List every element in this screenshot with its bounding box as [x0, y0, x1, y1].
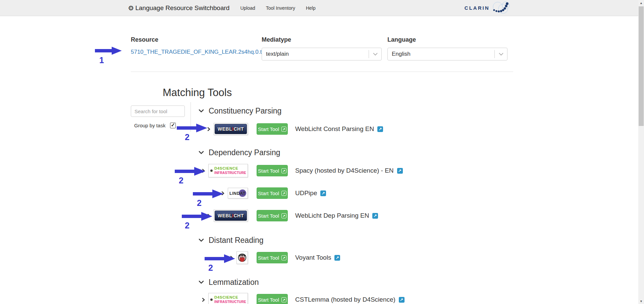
chevron-down-icon [199, 280, 204, 284]
arrow-right-icon [205, 254, 235, 263]
owl-icon [238, 253, 247, 263]
section-title: Distant Reading [209, 236, 264, 245]
logo-text: INFRASTRUCTURE [214, 171, 246, 175]
tool-name: Spacy (hosted by D4Science) - EN [295, 167, 394, 174]
mediatype-value: text/plain [262, 51, 369, 57]
language-value: English [388, 51, 494, 57]
resource-label: Resource [131, 36, 262, 43]
scroll-down-icon[interactable]: ▼ [638, 298, 644, 304]
tool-row: LINDAT Start Tool UDPipe [199, 186, 513, 201]
external-link-icon [281, 168, 286, 173]
tool-name-link[interactable]: WebLicht Dep Parsing EN [295, 212, 378, 219]
d4science-logo: D4SCIENCE INFRASTRUCTURE [208, 164, 248, 177]
resource-panel: Resource 5710_THE_TRAGEDIE_OF_KING_LEAR.… [131, 16, 513, 60]
start-tool-button[interactable]: Start Tool [257, 123, 288, 135]
mediatype-label: Mediatype [262, 36, 387, 43]
tool-name: CSTLemma (hosted by D4Science) [295, 296, 395, 303]
section-title: Constituency Parsing [209, 106, 281, 116]
chevron-right-icon[interactable] [202, 298, 205, 302]
matching-tools-title: Matching Tools [163, 87, 513, 99]
logo-text: INFRASTRUCTURE [214, 300, 246, 304]
tool-name-link[interactable]: WebLicht Const Parsing EN [295, 125, 383, 133]
logo-text: WEBL [218, 213, 232, 218]
search-input[interactable] [131, 105, 185, 117]
chevron-down-icon [199, 151, 204, 154]
lindat-logo: LINDAT [228, 188, 248, 199]
annotation-number: 2 [208, 263, 213, 273]
tool-row: WEBLICHT Start Tool WebLicht Const Parsi… [199, 122, 513, 136]
logo-text: CHT [234, 213, 244, 218]
arrow-right-icon [193, 189, 223, 198]
resource-file-link[interactable]: 5710_THE_TRAGEDIE_OF_KING_LEAR.2s4hq.0.t… [131, 49, 266, 55]
tool-row: D4SCIENCE INFRASTRUCTURE Start Tool Spac… [199, 163, 513, 178]
section-dependency-parsing[interactable]: Dependency Parsing [199, 147, 513, 158]
external-link-icon [377, 126, 383, 132]
section-title: Dependency Parsing [209, 148, 280, 157]
chevron-down-icon [199, 109, 204, 113]
section-constituency-parsing[interactable]: Constituency Parsing [199, 105, 513, 116]
scrollbar-thumb[interactable] [639, 6, 644, 126]
arrow-right-icon [177, 124, 207, 132]
tools-list: Constituency Parsing WEBLICHT Start Tool [199, 102, 513, 304]
tool-row: Start Tool Voyant Tools [199, 250, 513, 265]
chevron-down-icon [369, 50, 381, 58]
logo-text: D4SCIENCE [214, 167, 246, 171]
language-select[interactable]: English [387, 48, 507, 60]
weblicht-logo: WEBLICHT [214, 210, 248, 222]
section-lemmatization[interactable]: Lemmatization [199, 277, 513, 288]
external-link-icon [281, 255, 286, 260]
group-by-task-checkbox[interactable] [170, 123, 176, 128]
start-tool-label: Start Tool [258, 213, 279, 219]
d4science-sphere-icon [210, 166, 213, 176]
start-tool-button[interactable]: Start Tool [257, 165, 288, 176]
tool-name-link[interactable]: UDPipe [295, 189, 326, 197]
tool-row: WEBLICHT Start Tool WebLicht Dep Parsing… [199, 208, 513, 223]
tool-name-link[interactable]: Spacy (hosted by D4Science) - EN [295, 167, 403, 174]
arrow-right-icon [95, 47, 122, 55]
scrollbar[interactable]: ▲ ▼ [638, 0, 644, 304]
external-link-icon [281, 191, 286, 196]
chevron-right-icon[interactable] [207, 127, 210, 131]
external-link-icon [281, 127, 286, 132]
divider [131, 72, 513, 72]
tool-name-link[interactable]: Voyant Tools [295, 254, 340, 261]
start-tool-label: Start Tool [258, 190, 279, 196]
external-link-icon [334, 255, 340, 261]
start-tool-button[interactable]: Start Tool [257, 210, 288, 221]
start-tool-label: Start Tool [258, 126, 279, 132]
tool-name: WebLicht Const Parsing EN [295, 125, 374, 133]
annotation-arrow-2: 2 [177, 124, 207, 134]
annotation-arrow-2: 2 [193, 189, 223, 200]
chevron-down-icon [494, 50, 507, 58]
d4science-logo: D4SCIENCE INFRASTRUCTURE [208, 293, 248, 304]
section-distant-reading[interactable]: Distant Reading [199, 235, 513, 246]
page: Language Resource Switchboard Upload Too… [0, 0, 644, 304]
tool-name-link[interactable]: CSTLemma (hosted by D4Science) [295, 296, 405, 303]
logo-text: CHT [234, 126, 244, 132]
external-link-icon [281, 297, 286, 302]
tool-name: UDPipe [295, 189, 317, 197]
tool-name: Voyant Tools [295, 254, 331, 261]
language-label: Language [387, 36, 513, 43]
annotation-number: 2 [185, 221, 190, 230]
group-by-task-label: Group by task [134, 123, 165, 128]
d4science-sphere-icon [210, 295, 213, 304]
annotation-arrow-2: 2 [182, 212, 212, 222]
start-tool-button[interactable]: Start Tool [257, 252, 288, 263]
annotation-number: 2 [179, 176, 183, 185]
arrow-right-icon [182, 212, 212, 221]
tool-row: D4SCIENCE INFRASTRUCTURE Start Tool CSTL… [199, 292, 513, 304]
start-tool-label: Start Tool [258, 255, 279, 261]
annotation-number: 1 [99, 55, 104, 65]
annotation-number: 2 [185, 132, 190, 142]
chevron-down-icon [199, 238, 204, 242]
logo-text: WEBL [218, 126, 232, 132]
annotation-arrow-2: 2 [205, 254, 235, 264]
external-link-icon [399, 297, 405, 303]
start-tool-button[interactable]: Start Tool [257, 294, 288, 304]
start-tool-button[interactable]: Start Tool [257, 187, 288, 199]
mediatype-select[interactable]: text/plain [262, 48, 382, 60]
start-tool-label: Start Tool [258, 168, 279, 174]
scroll-up-icon[interactable]: ▲ [638, 0, 644, 6]
annotation-number: 2 [197, 198, 202, 208]
